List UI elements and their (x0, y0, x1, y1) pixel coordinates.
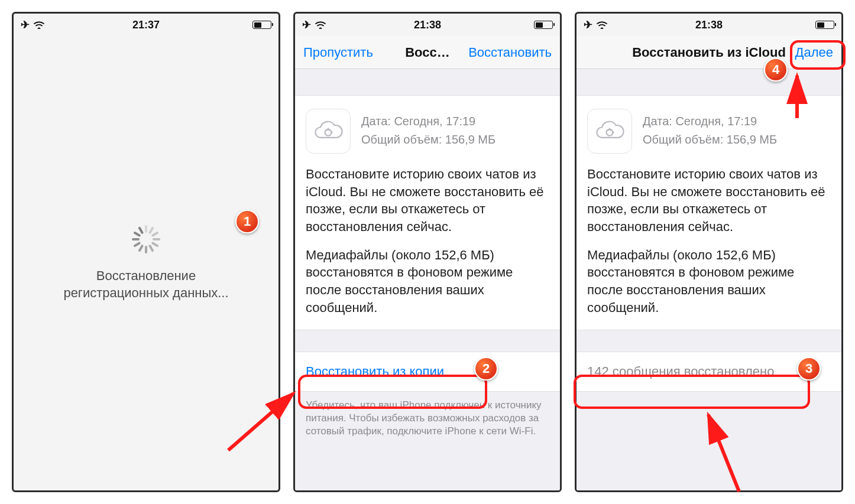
backup-date: Дата: Сегодня, 17:19 (361, 113, 495, 129)
battery-icon (534, 21, 553, 29)
annotation-badge-1: 1 (235, 210, 259, 233)
status-time: 21:38 (414, 19, 441, 31)
svg-point-1 (607, 129, 613, 136)
phone-screen-1: ✈ 21:37 (12, 12, 280, 492)
backup-size: Общий объём: 156,9 МБ (361, 132, 495, 148)
status-time: 21:38 (695, 19, 723, 31)
status-time: 21:37 (132, 19, 160, 31)
svg-point-0 (325, 129, 332, 136)
cloud-restore-icon (587, 109, 632, 154)
skip-button[interactable]: Пропустить (303, 45, 373, 60)
restore-paragraph-2: Медиафайлы (около 152,6 МБ) восстановятс… (306, 246, 549, 317)
restore-footnote: Убедитесь, что ваш iPhone подключен к ис… (295, 392, 560, 448)
loading-text-line1: Восстановление (63, 268, 228, 285)
airplane-mode-icon: ✈ (302, 19, 311, 30)
status-bar: ✈ 21:37 (14, 14, 278, 36)
backup-date: Дата: Сегодня, 17:19 (643, 113, 777, 129)
loading-text-line2: регистрационных данных... (63, 285, 228, 302)
restore-paragraph-1: Восстановите историю своих чатов из iClo… (306, 165, 549, 236)
battery-icon (815, 21, 834, 29)
battery-icon (252, 21, 271, 29)
status-bar: ✈ 21:38 (577, 14, 841, 36)
wifi-icon (33, 21, 45, 29)
content-area: Дата: Сегодня, 17:19 Общий объём: 156,9 … (295, 69, 560, 490)
annotation-badge-4: 4 (764, 58, 788, 82)
cloud-restore-icon (306, 109, 351, 154)
annotation-badge-3: 3 (797, 357, 821, 381)
airplane-mode-icon: ✈ (21, 19, 30, 30)
backup-size: Общий объём: 156,9 МБ (643, 132, 777, 148)
phone-screen-3: ✈ 21:38 Восстановить из iCloud Далее (575, 12, 843, 492)
content-area: Дата: Сегодня, 17:19 Общий объём: 156,9 … (577, 69, 841, 490)
restore-paragraph-2: Медиафайлы (около 152,6 МБ) восстановятс… (587, 246, 831, 317)
phone-screen-2: ✈ 21:38 Пропустить Восс… Восстановить (293, 12, 562, 492)
loading-area: Восстановление регистрационных данных... (14, 36, 278, 490)
restore-paragraph-1: Восстановите историю своих чатов из iClo… (587, 165, 831, 236)
annotation-badge-2: 2 (474, 357, 498, 381)
spinner-icon (132, 225, 160, 253)
nav-title: Восс… (405, 45, 450, 60)
restore-button[interactable]: Восстановить (468, 45, 552, 60)
nav-bar: Восстановить из iCloud Далее (577, 36, 841, 69)
nav-title: Восстановить из iCloud (632, 45, 786, 60)
wifi-icon (315, 21, 326, 29)
restore-from-backup-button[interactable]: Восстановить из копии (295, 352, 560, 392)
nav-bar: Пропустить Восс… Восстановить (295, 36, 560, 69)
airplane-mode-icon: ✈ (584, 19, 592, 30)
status-bar: ✈ 21:38 (295, 14, 560, 36)
wifi-icon (596, 21, 608, 29)
next-button[interactable]: Далее (795, 45, 833, 60)
